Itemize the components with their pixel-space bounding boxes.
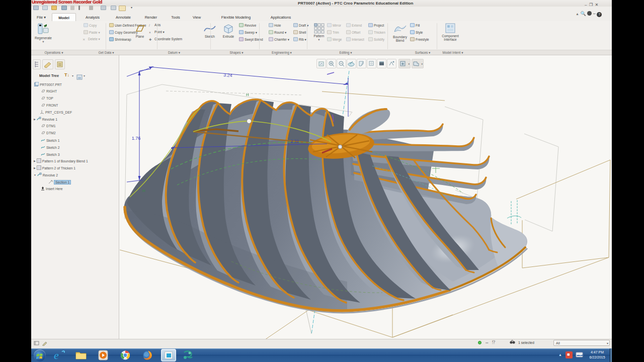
svg-text:3.24: 3.24 bbox=[223, 72, 232, 78]
svg-text:1.76: 1.76 bbox=[132, 136, 141, 141]
svg-text:H: H bbox=[246, 93, 249, 97]
svg-text:H: H bbox=[142, 189, 145, 193]
svg-text:2.21: 2.21 bbox=[291, 139, 299, 144]
svg-text:e: e bbox=[54, 349, 59, 361]
